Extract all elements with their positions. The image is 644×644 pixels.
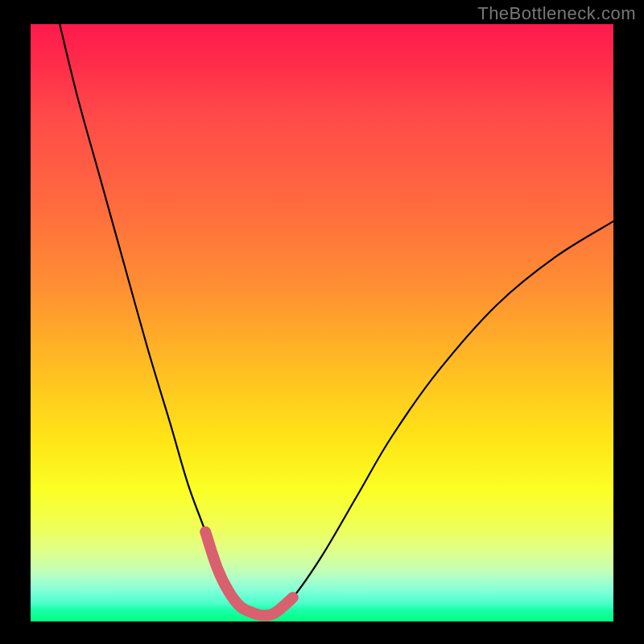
chart-frame: TheBottleneck.com [0,0,644,644]
plot-area [31,24,613,621]
watermark-text: TheBottleneck.com [477,3,636,24]
chart-svg [31,24,613,621]
marker-region [205,532,293,616]
bottleneck-curve [60,24,613,616]
